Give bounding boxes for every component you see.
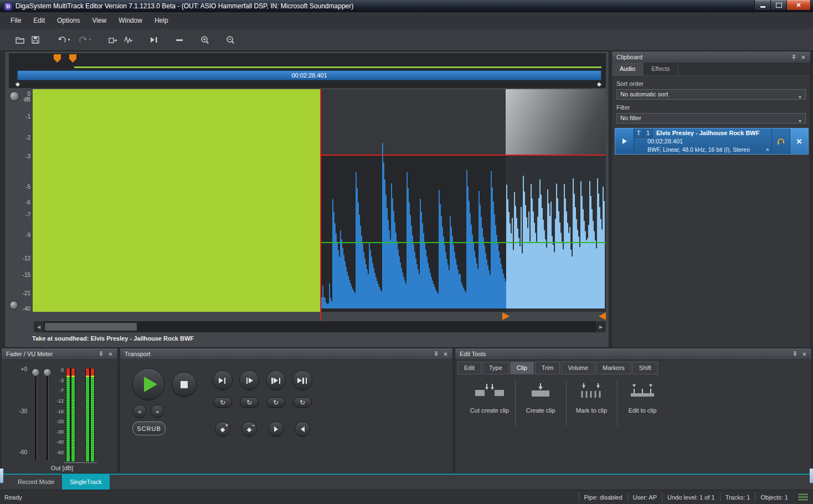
ruler-label: -9	[5, 232, 30, 238]
clipboard-item[interactable]: T 1 Elvis Presley - Jailhouse Rock BWF 0…	[615, 128, 809, 155]
loop-between-marks-button[interactable]: ↻	[266, 397, 285, 408]
play-to-mark-button[interactable]	[213, 371, 233, 390]
pin-icon[interactable]	[791, 350, 799, 358]
edit-to-clip-button[interactable]: Edit to clip	[617, 380, 668, 414]
gain-knob[interactable]	[9, 91, 19, 101]
insert-take-button[interactable]	[105, 32, 121, 48]
tab-record-mode[interactable]: Record Mode	[10, 475, 62, 490]
play-around-mark-button[interactable]	[292, 371, 312, 390]
menu-item-view[interactable]: View	[86, 14, 112, 27]
goto-marker-button[interactable]	[146, 32, 162, 48]
save-button[interactable]	[28, 32, 43, 48]
vu-bar	[86, 368, 89, 461]
item-format: BWF, Linear, 48.0 kHz, 16 bit (I), Stere…	[634, 146, 771, 154]
overview-position-bar[interactable]: 00:02:28.401	[17, 70, 601, 80]
meter-scale-label: -20	[52, 419, 64, 424]
maximize-icon	[776, 3, 782, 8]
loop-from-mark-button[interactable]: ↻	[240, 397, 259, 408]
minimize-button[interactable]	[754, 0, 771, 11]
overview-handle-right[interactable]: ◆	[597, 81, 601, 87]
waveform-area[interactable]	[33, 89, 606, 312]
zoom-out-button[interactable]	[223, 32, 238, 48]
tab-singletrack[interactable]: SingleTrack	[62, 475, 110, 490]
scrollbar-thumb[interactable]	[45, 323, 137, 331]
remove-item-button[interactable]: ✕	[790, 128, 808, 154]
remove-marker-button[interactable]: ◆−	[241, 421, 257, 437]
rewind-button[interactable]: «	[133, 405, 146, 418]
create-clip-button[interactable]: Create clip	[515, 380, 566, 414]
overview-marker-icon[interactable]	[54, 54, 61, 63]
pin-icon[interactable]	[432, 350, 440, 358]
fader-track-left[interactable]	[35, 371, 37, 460]
fader-knob-left[interactable]	[32, 368, 40, 377]
loop-around-mark-button[interactable]: ↻	[293, 397, 312, 408]
add-marker-button[interactable]: ◆+	[215, 421, 230, 437]
scroll-right-icon[interactable]: ▶	[596, 321, 606, 332]
stop-button[interactable]	[172, 372, 197, 397]
undo-dropdown-icon[interactable]: ▾	[68, 37, 70, 42]
gain-knob-low[interactable]	[9, 301, 18, 310]
overview-handle-left[interactable]: ◆	[16, 81, 20, 87]
close-button[interactable]: ✕	[786, 0, 811, 11]
panel-close-icon[interactable]: ✕	[441, 350, 450, 358]
edit-tools-tabs: Edit Type Clip Trim Volume Markers Shift	[457, 362, 658, 374]
forward-button[interactable]: »	[151, 405, 164, 418]
maximize-button[interactable]	[770, 0, 787, 11]
redo-button[interactable]: ▾	[74, 32, 95, 48]
item-title: Elvis Presley - Jailhouse Rock BWF	[653, 130, 759, 136]
tab-audio[interactable]: Audio	[612, 63, 644, 75]
panel-close-icon[interactable]: ✕	[800, 350, 809, 358]
collapse-icon[interactable]: »	[765, 148, 771, 152]
zoom-fit-button[interactable]	[172, 32, 187, 48]
menu-item-help[interactable]: Help	[148, 14, 174, 27]
sort-order-select[interactable]: No automatic sort ▼	[616, 89, 806, 100]
pin-icon[interactable]	[790, 53, 798, 61]
selection-end-marker-icon[interactable]	[599, 312, 606, 320]
next-marker-button[interactable]	[268, 421, 284, 437]
tab-type[interactable]: Type	[482, 362, 509, 374]
prev-marker-button[interactable]	[295, 421, 310, 437]
tab-shift[interactable]: Shift	[632, 362, 658, 374]
cut-create-clip-button[interactable]: Cut create clip	[464, 380, 515, 414]
play-between-marks-button[interactable]	[266, 371, 286, 390]
panel-close-icon[interactable]: ✕	[799, 53, 807, 61]
fader-track-right[interactable]	[47, 371, 49, 460]
waveform-edit-icon	[124, 35, 133, 45]
selection-start-marker-icon[interactable]	[502, 312, 510, 320]
cut-create-clip-icon	[474, 382, 506, 401]
scrub-button[interactable]: SCRUB	[132, 421, 166, 435]
horizontal-scrollbar[interactable]: ◀ ▶	[34, 321, 606, 332]
waveform-edit-button[interactable]	[121, 32, 136, 48]
play-from-mark-button[interactable]	[239, 371, 259, 390]
scroll-left-icon[interactable]: ◀	[34, 321, 44, 332]
menu-item-edit[interactable]: Edit	[27, 14, 51, 27]
marked-region-block[interactable]	[33, 89, 320, 312]
menu-item-file[interactable]: File	[4, 14, 27, 27]
playhead-cursor[interactable]	[320, 89, 321, 321]
tab-effects[interactable]: Effects	[644, 63, 678, 75]
threshold-line	[320, 155, 606, 156]
tab-edit[interactable]: Edit	[457, 362, 481, 374]
menu-item-window[interactable]: Window	[112, 14, 148, 27]
panel-close-icon[interactable]: ✕	[106, 350, 115, 358]
prelisten-button[interactable]	[771, 128, 790, 154]
fader-knob-right[interactable]	[43, 368, 52, 377]
undo-button[interactable]: ▾	[53, 32, 74, 48]
mark-to-clip-button[interactable]: Mark to clip	[566, 380, 617, 414]
play-item-button[interactable]	[615, 128, 634, 154]
play-button[interactable]	[132, 368, 164, 400]
zoom-in-button[interactable]	[197, 32, 213, 48]
tab-volume[interactable]: Volume	[561, 362, 595, 374]
tab-markers[interactable]: Markers	[596, 362, 631, 374]
tab-trim[interactable]: Trim	[535, 362, 560, 374]
tab-clip[interactable]: Clip	[510, 362, 534, 374]
take-label: Take at soundhead: Elvis Presley - Jailh…	[32, 335, 194, 342]
loop-to-mark-button[interactable]: ↻	[213, 397, 232, 408]
pin-icon[interactable]	[97, 350, 105, 358]
insert-take-icon	[108, 35, 118, 45]
filter-select[interactable]: No filter ▼	[616, 113, 806, 124]
menu-item-options[interactable]: Options	[51, 14, 86, 27]
overview-timeline[interactable]: 00:02:28.401 ◆ ◆	[9, 53, 606, 88]
overview-marker-icon[interactable]	[69, 54, 76, 63]
open-button[interactable]	[12, 32, 28, 48]
